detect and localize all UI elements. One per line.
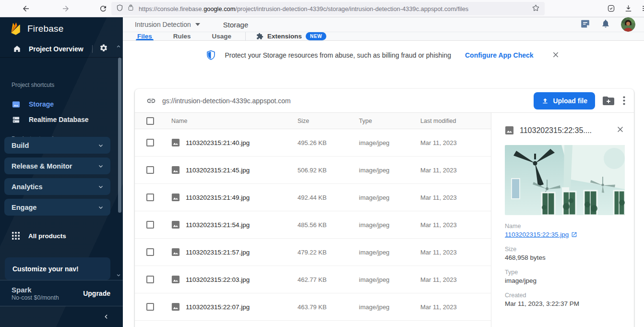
bookmark-star-icon[interactable]: [532, 4, 540, 14]
table-row[interactable]: 1103202315:21:49.jpg 492.44 KB image/jpe…: [135, 184, 491, 211]
tab-rules[interactable]: Rules: [172, 32, 192, 40]
sidebar-category-release-monitor[interactable]: Release & Monitor: [4, 157, 110, 174]
row-checkbox[interactable]: [146, 139, 154, 146]
browser-forward-icon[interactable]: [61, 4, 70, 13]
sidebar-item-realtime-database[interactable]: Realtime Database: [0, 111, 123, 128]
sidebar-item-project-overview[interactable]: Project Overview: [0, 40, 123, 58]
row-checkbox[interactable]: [146, 248, 154, 256]
chevron-down-icon: [98, 143, 104, 148]
details-close-icon[interactable]: [616, 125, 624, 135]
account-avatar[interactable]: [621, 17, 635, 32]
sidebar-item-storage[interactable]: Storage: [0, 96, 123, 112]
field-name: Name 1103202315:22:35.jpg: [505, 223, 624, 238]
table-body: 1103202315:21:40.jpg 495.26 KB image/jpe…: [135, 129, 491, 321]
file-size: 463.79 KB: [298, 303, 359, 311]
file-name-link[interactable]: 1103202315:22:35.jpg: [505, 231, 569, 238]
notifications-bell-icon[interactable]: [601, 19, 610, 30]
open-external-icon[interactable]: [571, 231, 577, 238]
banner-message: Protect your Storage resources from abus…: [225, 51, 451, 59]
table-row[interactable]: 1103202315:21:45.jpg 506.92 KB image/jpe…: [135, 157, 491, 184]
sidebar-category-engage[interactable]: Engage: [4, 199, 110, 216]
file-name[interactable]: 1103202315:21:45.jpg: [186, 167, 250, 174]
column-modified: Last modified: [420, 118, 491, 124]
file-size: 462.77 KB: [298, 276, 359, 283]
row-checkbox[interactable]: [146, 303, 154, 311]
customize-nav-banner[interactable]: Customize your nav!: [5, 257, 110, 280]
file-modified: Mar 11, 2023: [420, 221, 491, 229]
image-file-icon: [171, 275, 180, 284]
file-modified: Mar 11, 2023: [420, 276, 491, 283]
file-name[interactable]: 1103202315:21:49.jpg: [186, 194, 250, 201]
file-table: Name Size Type Last modified 1103202315:…: [135, 113, 491, 327]
table-row[interactable]: 1103202315:21:40.jpg 495.26 KB image/jpe…: [135, 129, 491, 157]
tab-files[interactable]: Files: [136, 32, 154, 40]
file-modified: Mar 11, 2023: [420, 249, 491, 256]
table-row[interactable]: 1103202315:22:07.jpg 463.79 KB image/jpe…: [135, 293, 491, 321]
dropdown-caret-icon: [195, 23, 200, 26]
upload-file-button[interactable]: Upload file: [534, 92, 595, 109]
file-name[interactable]: 1103202315:21:57.jpg: [186, 249, 250, 256]
browser-toolbar: https://console.firebase.google.com/proj…: [0, 0, 644, 17]
chevron-down-icon: [98, 163, 104, 169]
file-size: 485.56 KB: [298, 221, 359, 229]
plan-detail: No-cost $0/month: [12, 294, 59, 301]
create-folder-button[interactable]: [601, 94, 616, 108]
image-file-icon: [171, 303, 180, 311]
sidebar-category-build[interactable]: Build: [4, 137, 110, 154]
column-size: Size: [298, 118, 359, 124]
sidebar-collapse-bar[interactable]: [0, 306, 123, 327]
file-name[interactable]: 1103202315:22:03.jpg: [186, 276, 250, 283]
storage-browser-card: gs://intrusion-detection-4339c.appspot.c…: [135, 89, 634, 327]
app-header: Intrusion Detection Storage: [123, 17, 644, 32]
site-permissions-shield-icon[interactable]: [116, 4, 123, 14]
file-size: 492.44 KB: [298, 194, 359, 201]
firebase-logo[interactable]: Firebase: [0, 17, 123, 40]
sidebar-scrollbar[interactable]: [118, 58, 121, 213]
project-switcher[interactable]: Intrusion Detection: [135, 21, 200, 28]
sidebar-scroll-down-icon[interactable]: [116, 271, 121, 279]
configure-app-check-link[interactable]: Configure App Check: [465, 51, 534, 59]
row-checkbox[interactable]: [146, 194, 154, 201]
tab-extensions[interactable]: Extensions NEW: [256, 32, 326, 40]
more-options-kebab-icon[interactable]: [621, 94, 627, 107]
send-feedback-icon[interactable]: [580, 19, 590, 31]
select-all-checkbox[interactable]: [146, 117, 154, 125]
downloads-icon[interactable]: [624, 4, 632, 14]
protections-shield-check-icon[interactable]: [607, 4, 615, 14]
lock-icon[interactable]: [128, 4, 134, 13]
plan-name: Spark: [12, 286, 59, 294]
browser-back-icon[interactable]: [22, 4, 30, 13]
file-preview-image[interactable]: [505, 145, 625, 215]
file-size: 495.26 KB: [298, 139, 359, 146]
file-details-panel: 1103202315:22:35....: [491, 113, 634, 327]
field-created: Created Mar 11, 2023, 3:22:37 PM: [505, 292, 624, 307]
file-size: 479.22 KB: [298, 249, 359, 256]
row-checkbox[interactable]: [146, 221, 154, 229]
file-name[interactable]: 1103202315:21:40.jpg: [186, 139, 250, 146]
browser-reload-icon[interactable]: [99, 4, 107, 13]
url-bar[interactable]: https://console.firebase.google.com/proj…: [111, 2, 545, 15]
file-type: image/jpeg: [359, 139, 420, 146]
table-row[interactable]: 1103202315:21:54.jpg 485.56 KB image/jpe…: [135, 211, 491, 239]
storage-tabs: Files Rules Usage Extensions NEW: [123, 32, 644, 41]
banner-close-icon[interactable]: [552, 51, 561, 60]
tab-usage[interactable]: Usage: [211, 32, 233, 40]
url-text: https://console.firebase.google.com/proj…: [139, 5, 532, 12]
bucket-breadcrumb[interactable]: gs://intrusion-detection-4339c.appspot.c…: [146, 96, 291, 106]
menu-hamburger-icon[interactable]: [642, 4, 644, 14]
table-row[interactable]: 1103202315:21:57.jpg 479.22 KB image/jpe…: [135, 239, 491, 266]
row-checkbox[interactable]: [146, 166, 154, 174]
extensions-puzzle-icon: [256, 33, 263, 40]
sidebar-item-all-products[interactable]: All products: [0, 228, 123, 244]
table-row[interactable]: 1103202315:22:03.jpg 462.77 KB image/jpe…: [135, 266, 491, 293]
row-checkbox[interactable]: [146, 276, 154, 283]
plan-bar: Spark No-cost $0/month Upgrade: [0, 280, 123, 306]
project-settings-gear-icon[interactable]: [99, 44, 108, 54]
sidebar-category-analytics[interactable]: Analytics: [4, 178, 110, 195]
file-name[interactable]: 1103202315:22:07.jpg: [186, 303, 250, 311]
sidebar-scroll-up-icon[interactable]: [116, 42, 121, 51]
column-name: Name: [171, 118, 298, 124]
upgrade-button[interactable]: Upgrade: [78, 286, 115, 301]
file-name[interactable]: 1103202315:21:54.jpg: [186, 221, 250, 229]
link-icon: [146, 96, 156, 106]
